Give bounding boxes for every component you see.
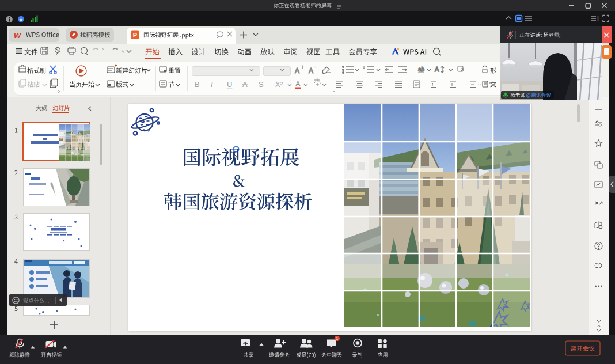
svg-text:U: U [227, 80, 232, 89]
svg-text:A: A [309, 67, 313, 75]
svg-text:W: W [14, 31, 22, 40]
svg-text:A: A [242, 80, 248, 89]
svg-text:P: P [133, 32, 137, 39]
svg-text:S: S [259, 80, 264, 89]
svg-text:A: A [295, 67, 299, 75]
svg-text:A: A [295, 79, 301, 88]
svg-text:I: I [211, 80, 213, 89]
svg-text:B: B [195, 80, 200, 89]
svg-text:ab: ab [418, 66, 425, 73]
svg-text:X²: X² [275, 80, 283, 89]
svg-text:A: A [435, 66, 439, 73]
